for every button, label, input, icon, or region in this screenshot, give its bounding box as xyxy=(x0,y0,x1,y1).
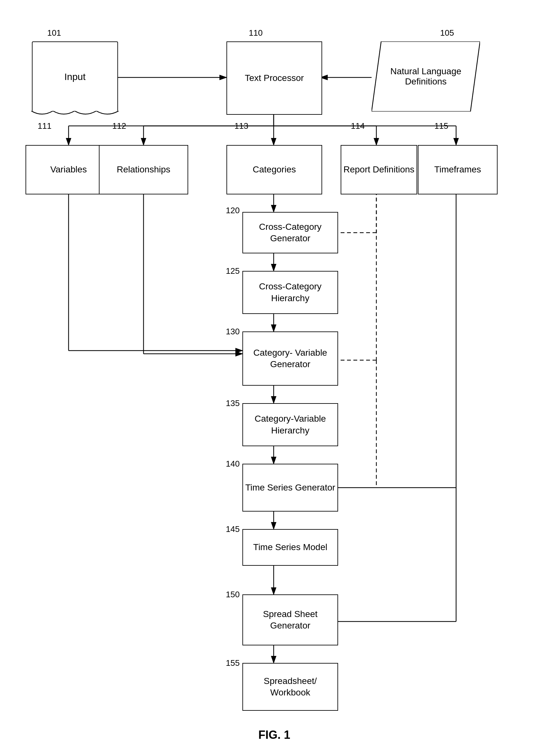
ref-113: 113 xyxy=(234,121,248,131)
spread-sheet-gen-box: Spread Sheet Generator xyxy=(242,594,338,645)
time-series-gen-box: Time Series Generator xyxy=(242,464,338,512)
time-series-gen-label: Time Series Generator xyxy=(245,482,335,493)
ref-145: 145 xyxy=(226,524,239,534)
ref-111: 111 xyxy=(38,121,51,131)
timeframes-label: Timeframes xyxy=(434,164,481,175)
cat-var-gen-box: Category- Variable Generator xyxy=(242,331,338,386)
natural-language-box: Natural Language Definitions xyxy=(372,41,480,112)
input-wavy xyxy=(31,111,119,117)
ref-140: 140 xyxy=(226,459,239,469)
diagram: 101 110 105 111 112 113 114 115 120 125 … xyxy=(0,0,547,756)
ref-130: 130 xyxy=(226,327,239,337)
spread-sheet-gen-label: Spread Sheet Generator xyxy=(243,608,338,632)
report-definitions-box: Report Definitions xyxy=(341,145,417,194)
spreadsheet-wb-label: Spreadsheet/ Workbook xyxy=(243,675,338,699)
ref-114: 114 xyxy=(351,121,365,131)
time-series-model-box: Time Series Model xyxy=(242,529,338,566)
cross-cat-gen-box: Cross-Category Generator xyxy=(242,212,338,253)
ref-101: 101 xyxy=(47,28,61,38)
spreadsheet-wb-box: Spreadsheet/ Workbook xyxy=(242,663,338,711)
ref-135: 135 xyxy=(226,398,239,408)
text-processor-box: Text Processor xyxy=(226,41,322,115)
relationships-box: Relationships xyxy=(99,145,188,194)
cat-var-hier-label: Category-Variable Hierarchy xyxy=(243,413,338,436)
natural-language-label: Natural Language Definitions xyxy=(372,66,480,87)
ref-155: 155 xyxy=(226,658,239,668)
ref-110: 110 xyxy=(249,28,262,38)
figure-label: FIG. 1 xyxy=(239,728,310,742)
ref-112: 112 xyxy=(112,121,126,131)
ref-120: 120 xyxy=(226,206,239,215)
input-label: Input xyxy=(64,71,86,82)
report-definitions-label: Report Definitions xyxy=(344,164,415,175)
cat-var-hier-box: Category-Variable Hierarchy xyxy=(242,403,338,446)
timeframes-box: Timeframes xyxy=(418,145,498,194)
ref-125: 125 xyxy=(226,266,239,276)
cross-cat-hier-label: Cross-Category Hierarchy xyxy=(243,281,338,304)
cross-cat-hier-box: Cross-Category Hierarchy xyxy=(242,271,338,314)
time-series-model-label: Time Series Model xyxy=(253,542,327,553)
text-processor-label: Text Processor xyxy=(244,72,304,84)
variables-label: Variables xyxy=(50,164,87,175)
relationships-label: Relationships xyxy=(117,164,170,175)
categories-label: Categories xyxy=(252,164,296,175)
categories-box: Categories xyxy=(226,145,322,194)
input-box: Input xyxy=(32,41,118,112)
ref-150: 150 xyxy=(226,590,239,600)
cat-var-gen-label: Category- Variable Generator xyxy=(243,347,338,370)
ref-115: 115 xyxy=(434,121,448,131)
ref-105: 105 xyxy=(440,28,454,38)
cross-cat-gen-label: Cross-Category Generator xyxy=(243,221,338,244)
